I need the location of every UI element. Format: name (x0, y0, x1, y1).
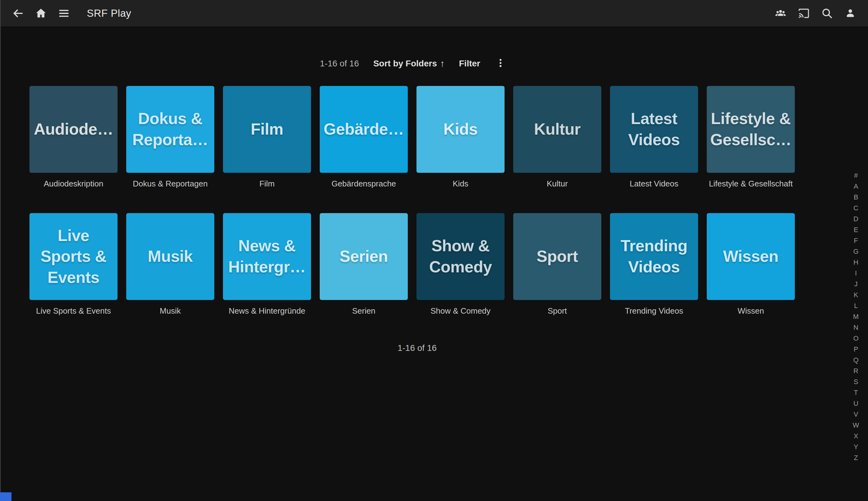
search-button[interactable] (820, 6, 835, 21)
app-bar-left: SRF Play (0, 6, 131, 21)
bottom-left-accent (0, 492, 11, 501)
folder-tile[interactable]: Kultur (513, 86, 601, 173)
alpha-picker-letter[interactable]: W (849, 420, 862, 430)
folder-caption[interactable]: Trending Videos (610, 306, 698, 316)
folder-caption[interactable]: Wissen (707, 306, 795, 316)
library-folder-cell: Trending Videos Trending Videos (610, 213, 698, 316)
alpha-picker-letter[interactable]: T (849, 387, 862, 398)
folder-tile-label: Audiode… (34, 119, 113, 140)
alpha-picker-letter[interactable]: Q (849, 354, 862, 365)
group-people-icon (773, 7, 788, 20)
folder-tile[interactable]: Live Sports & Events (30, 213, 118, 300)
folder-caption[interactable]: News & Hintergründe (223, 306, 311, 316)
filter-button[interactable]: Filter (459, 58, 480, 68)
folder-tile[interactable]: Trending Videos (610, 213, 698, 300)
folder-tile[interactable]: Serien (320, 213, 408, 300)
folder-caption[interactable]: Latest Videos (610, 179, 698, 188)
menu-button[interactable] (56, 6, 71, 21)
alpha-picker-letter[interactable]: V (849, 409, 862, 420)
folder-tile-label: Dokus & Reporta… (129, 108, 212, 150)
sort-button[interactable]: Sort by Folders ↑ (373, 58, 445, 69)
folder-tile-label: Musik (148, 246, 193, 267)
alpha-picker-letter[interactable]: G (849, 246, 862, 257)
cast-button[interactable] (796, 6, 811, 21)
library-folder-cell: Serien Serien (320, 213, 408, 316)
alpha-picker-letter[interactable]: J (849, 279, 862, 289)
alpha-picker-letter[interactable]: B (849, 192, 862, 203)
srf-play-library-page: SRF Play (0, 0, 868, 501)
folder-tile[interactable]: Show & Comedy (416, 213, 504, 300)
alpha-picker-letter[interactable]: Z (849, 452, 862, 463)
folder-tile-label: Kultur (534, 119, 581, 140)
folder-caption[interactable]: Serien (320, 306, 408, 316)
library-folder-cell: Sport Sport (513, 213, 601, 316)
home-button[interactable] (33, 6, 48, 21)
alpha-picker-letter[interactable]: C (849, 203, 862, 213)
folder-tile-label: News & Hintergr… (226, 235, 308, 277)
alpha-picker-letter[interactable]: S (849, 376, 862, 387)
alpha-picker-letter[interactable]: N (849, 322, 862, 333)
alpha-picker-letter[interactable]: L (849, 300, 862, 311)
folder-tile[interactable]: Wissen (707, 213, 795, 300)
folder-tile[interactable]: Latest Videos (610, 86, 698, 173)
item-count-label: 1-16 of 16 (320, 58, 359, 68)
sort-ascending-arrow-icon: ↑ (440, 58, 445, 69)
syncplay-button[interactable] (773, 6, 788, 21)
folder-caption[interactable]: Sport (513, 306, 601, 316)
folder-tile-label: Sport (536, 246, 578, 267)
folder-caption[interactable]: Kids (416, 179, 504, 188)
left-edge-line (0, 0, 1, 501)
alpha-picker-letter[interactable]: P (849, 344, 862, 354)
cast-icon (797, 7, 811, 20)
folder-caption[interactable]: Film (223, 179, 311, 188)
filter-button-label: Filter (459, 58, 480, 68)
folder-caption[interactable]: Show & Comedy (416, 306, 504, 316)
folder-tile[interactable]: Audiode… (30, 86, 118, 173)
library-folder-cell: Gebärde… Gebärdensprache (320, 86, 408, 188)
alpha-picker: #ABCDEFGHIJKLMNOPQRSTUVWXYZ (849, 170, 862, 463)
home-icon (35, 7, 47, 20)
folder-caption[interactable]: Live Sports & Events (30, 306, 118, 316)
folder-tile[interactable]: Sport (513, 213, 601, 300)
library-folder-cell: Musik Musik (126, 213, 214, 316)
alpha-picker-letter[interactable]: M (849, 311, 862, 322)
folder-tile[interactable]: Film (223, 86, 311, 173)
folder-caption[interactable]: Audiodeskription (30, 179, 118, 188)
folder-tile-label: Wissen (723, 246, 779, 267)
alpha-picker-letter[interactable]: R (849, 365, 862, 376)
user-button[interactable] (843, 6, 858, 21)
alpha-picker-letter[interactable]: K (849, 289, 862, 300)
alpha-picker-letter[interactable]: E (849, 224, 862, 235)
back-button[interactable] (11, 6, 25, 21)
alpha-picker-letter[interactable]: O (849, 333, 862, 344)
folder-caption[interactable]: Kultur (513, 179, 601, 188)
alpha-picker-letter[interactable]: H (849, 257, 862, 268)
folder-caption[interactable]: Musik (126, 306, 214, 316)
alpha-picker-letter[interactable]: D (849, 213, 862, 224)
folder-tile[interactable]: Kids (416, 86, 504, 173)
alpha-picker-letter[interactable]: F (849, 235, 862, 246)
folder-tile[interactable]: Gebärde… (320, 86, 408, 173)
folder-caption[interactable]: Dokus & Reportagen (126, 179, 214, 188)
folder-grid: Audiode… Audiodeskription Dokus & Report… (30, 86, 795, 316)
alpha-picker-letter[interactable]: # (849, 170, 862, 181)
alpha-picker-letter[interactable]: Y (849, 441, 862, 452)
folder-tile[interactable]: Dokus & Reporta… (126, 86, 214, 173)
more-options-button[interactable] (494, 57, 507, 70)
alpha-picker-letter[interactable]: U (849, 398, 862, 409)
folder-caption[interactable]: Gebärdensprache (320, 179, 408, 188)
library-toolbar: 1-16 of 16 Sort by Folders ↑ Filter (0, 57, 827, 70)
user-icon (844, 7, 857, 20)
app-bar-right (773, 6, 868, 21)
library-folder-cell: Latest Videos Latest Videos (610, 86, 698, 188)
footer-item-count: 1-16 of 16 (0, 343, 834, 353)
alpha-picker-letter[interactable]: X (849, 430, 862, 441)
alpha-picker-letter[interactable]: A (849, 181, 862, 192)
folder-tile-label: Show & Comedy (419, 235, 502, 277)
folder-tile[interactable]: Lifestyle & Gesellsc… (707, 86, 795, 173)
alpha-picker-letter[interactable]: I (849, 268, 862, 279)
folder-tile[interactable]: News & Hintergr… (223, 213, 311, 300)
folder-caption[interactable]: Lifestyle & Gesellschaft (707, 179, 795, 188)
folder-tile-label: Gebärde… (324, 119, 404, 140)
folder-tile[interactable]: Musik (126, 213, 214, 300)
